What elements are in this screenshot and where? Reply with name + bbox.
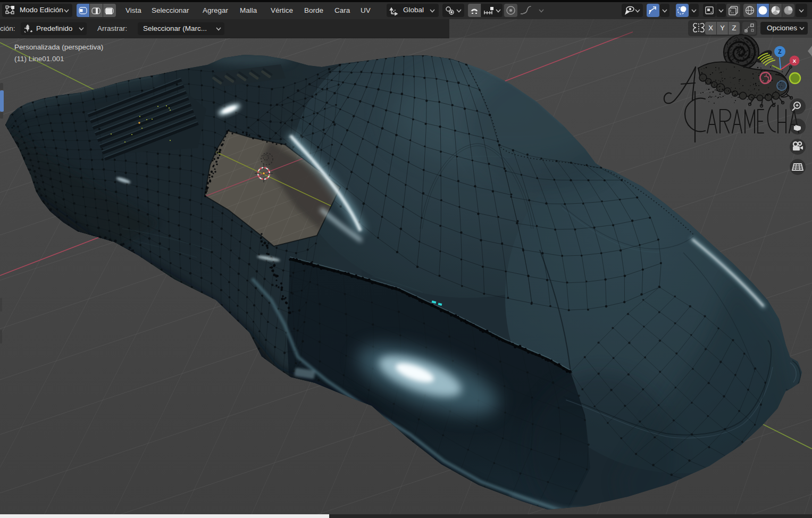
svg-text:X: X [793, 58, 797, 64]
svg-text:Z: Z [778, 48, 782, 55]
